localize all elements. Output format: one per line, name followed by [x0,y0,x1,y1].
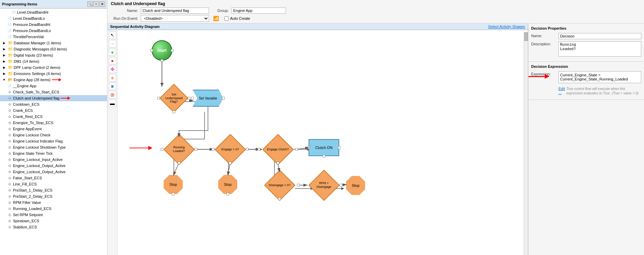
tree-item-set-rpm[interactable]: ⚙ Set RPM Setpoint [0,212,107,218]
set-underspeed-shape[interactable]: SetUnderSpeedFlag? [159,85,189,112]
edit-link[interactable]: Edit ... [558,87,565,95]
folder-icon: 📁 [8,52,13,58]
diagram-container: Sequential Activity Diagram Select Activ… [107,24,644,255]
left-panel-tree[interactable]: 📄 Level.DeadBandHi 📄 Level.DeadBandLo 📄 … [0,9,107,255]
tree-item-engine-lockout-shutdown[interactable]: ⚙ Engine Lockout Shutdown Type [0,144,107,150]
tree-item-line-fill[interactable]: ⚙ Line_Fill_ECS [0,181,107,187]
tree-item-engine-app-item[interactable]: 📄 __Engine App [0,83,107,89]
gear-icon: ⚙ [7,218,12,224]
tree-item-prestart1[interactable]: ⚙ PreStart_1_Delay_ECS [0,187,107,193]
select-activity-shapes-link[interactable]: Select Activity Shapes [488,25,525,29]
disengage-label: Disengage > 0? [269,183,290,187]
expand-icon: ▶ [1,52,7,58]
decision-properties-title: Decision Properties [531,26,641,30]
diagram-canvas[interactable]: Start SetUnderSpeedFlag? [118,30,528,255]
name-input[interactable] [141,7,209,14]
tree-item-engine-app-folder[interactable]: ▼ 📂 Engine App (28 items) [0,77,107,83]
set-variable-shape[interactable]: Set Variable [193,90,223,107]
item-label: Level.DeadBandHi [17,10,48,14]
tree-item-crank-ecs[interactable]: ⚙ Crank_ECS [0,107,107,114]
tree-item-pressure-deadbandlo[interactable]: 📄 Pressure.DeadBandLo [0,28,107,34]
decision-description-label: Description: [531,41,558,46]
diagram-title: Sequential Activity Diagram [110,25,160,29]
tree-item-stabilize[interactable]: ⚙ Stabilize_ECS [0,224,107,230]
tree-item-running-loaded[interactable]: ⚙ Running_Loaded_ECS [0,206,107,212]
start-shape[interactable]: Start [152,40,172,61]
gear-icon: ⚙ [7,181,12,187]
decision-description-textarea[interactable]: Running Loaded? [558,41,641,57]
signal-icon[interactable]: 📶 [213,16,219,21]
engage-gt0-label: Engage > 0? [221,148,239,151]
vertical-scrollbar[interactable] [524,32,528,255]
tree-item-pressure-deadbandhi[interactable]: 📄 Pressure.DeadBandHi [0,21,107,28]
stop1-label: Stop [169,182,177,186]
search-icon[interactable]: 🔍 [87,1,93,7]
arrow-tool[interactable]: → [109,40,116,47]
running-loaded-shape[interactable]: RunningLoaded? [162,136,196,163]
tree-item-digital-inputs[interactable]: ▶ 📁 Digital Inputs (23 items) [0,52,107,58]
rpm-disengage-shape[interactable]: RPM >Disengage [307,171,341,199]
tree-item-lockout-output2[interactable]: ⚙ Engine_Lockout_Output_Active [0,169,107,175]
auto-create-checkbox[interactable] [224,16,229,21]
clutch-on-label: Clutch ON [315,146,333,150]
item-label: Engine Lockout Check [13,133,50,137]
tree-item-diagnostic-messages[interactable]: ▶ 📁 Diagnostic Messages (63 items) [0,46,107,52]
puzzle-tool[interactable]: ✤ [109,65,116,73]
tree-item-throttle[interactable]: 📄 ThrottlePercentVal [0,34,107,40]
engage-gt0-shape[interactable]: Engage > 0? [213,136,247,163]
doc-icon: 📄 [7,16,12,21]
run-on-event-select[interactable]: <Disabled> [141,15,209,22]
stop-tool[interactable]: ● [109,57,116,64]
tree-item-lockout-input[interactable]: ⚙ Engine_Lockout_Input_Active [0,156,107,163]
tree-item-rpm-filter[interactable]: ⚙ RPM Filter Value [0,199,107,206]
add-icon[interactable]: + [93,1,99,7]
disengage-shape[interactable]: Disengage > 0? [261,171,298,199]
right-panel: Decision Properties Name: Description: R… [528,24,644,255]
tree-item-emissions[interactable]: ▶ 📁 Emissions Settings (4 items) [0,71,107,77]
scrollbar-thumb[interactable] [524,32,528,41]
item-label: Engine State Timer Tick [13,151,53,155]
tree-item-level-deadbandlo[interactable]: 📄 Level.DeadBandLo [0,15,107,21]
stop2-shape[interactable]: Stop [218,175,237,194]
start-circle[interactable]: Start [152,40,172,61]
tree-item-dm1[interactable]: ▶ 📁 DM1 (14 items) [0,58,107,64]
tree-item-false-start[interactable]: ⚙ False_Start_ECS [0,175,107,181]
tree-item-cooldown[interactable]: ⚙ Cooldown_ECS [0,101,107,107]
zoom-plus-tool[interactable]: ⊞ [109,91,116,99]
engage-clutch-shape[interactable]: Engage Clutch? [259,136,297,163]
diagram-body: ↖ → ● ● ✤ ◆ ■ ⊞ ▬ [107,30,528,255]
tree-item-spindown[interactable]: ⚙ Spindown_ECS [0,218,107,224]
square-tool[interactable]: ■ [109,82,116,90]
running-loaded-label: RunningLoaded? [173,146,185,153]
tree-item-crank-rest[interactable]: ⚙ Crank_Rest_ECS [0,114,107,120]
tree-item-engine-lockout-check[interactable]: ⚙ Engine Lockout Check [0,132,107,138]
cursor-tool[interactable]: ↖ [109,31,116,39]
start-tool[interactable]: ● [109,48,116,56]
item-label: Crank_Rest_ECS [13,115,43,119]
gear-icon: ⚙ [7,188,12,193]
line-tool[interactable]: ▬ [109,100,116,107]
tree-item-energize-stop[interactable]: ⚙ Energize_To_Stop_ECS [0,120,107,126]
stop3-shape[interactable]: Stop [346,176,365,195]
diamond-tool[interactable]: ◆ [109,74,116,81]
tree-item-database-manager[interactable]: ▶ 📁 Database Manager (1 items) [0,40,107,46]
tree-item-engine-lockout-indicator[interactable]: ⚙ Engine Lockout Indicator Flag [0,138,107,144]
group-input[interactable] [231,7,286,14]
stop1-shape[interactable]: Stop [164,175,183,194]
tree-item-level-deadbandhi[interactable]: 📄 Level.DeadBandHi [0,9,107,15]
tree-item-lockout-output1[interactable]: ⚙ Engine_Lockout_Output_Active [0,163,107,169]
clutch-on-shape[interactable]: Clutch ON [309,139,339,156]
tree-item-check-safe[interactable]: ⚙ Check_Safe_To_Start_ECS [0,89,107,95]
tree-item-engine-appevent[interactable]: ⚙ Engine AppEvent [0,126,107,132]
tree-item-dpf-lamp[interactable]: ▶ 📁 DPF Lamp Control (2 items) [0,64,107,71]
item-label: Database Manager (1 items) [14,41,61,45]
tree-item-prestart2[interactable]: ⚙ PreStart_2_Delay_ECS [0,193,107,199]
settings-icon[interactable]: ⚙ [100,1,105,7]
tree-item-clutch-underspeed[interactable]: ⚙ Clutch and Underspeed flag [0,95,107,101]
item-label: Engine AppEvent [13,127,42,131]
tree-item-engine-state-timer[interactable]: ⚙ Engine State Timer Tick [0,150,107,156]
group-label: Group: [212,9,229,13]
gear-icon: ⚙ [7,157,12,162]
item-label: Engine App (28 items) [14,78,50,82]
decision-name-input[interactable] [558,33,641,39]
